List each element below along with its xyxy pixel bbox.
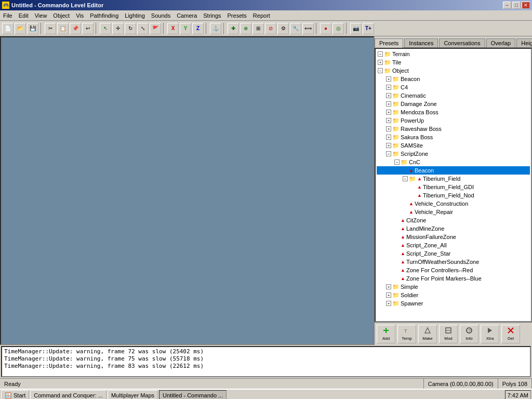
menu-lighting-item[interactable]: Lighting [122, 11, 148, 20]
add-button[interactable]: Add [377, 325, 395, 343]
move-button[interactable]: ✛ [112, 23, 124, 34]
tree-node[interactable]: +📁Sakura Boss [377, 133, 530, 141]
minimize-button[interactable]: − [503, 2, 511, 9]
cut-button[interactable]: ✂ [45, 23, 56, 34]
start-button[interactable]: 🪟 Start [1, 390, 29, 399]
tree-node[interactable]: −📁ScriptZone [377, 150, 530, 158]
open-button[interactable]: 📂 [15, 23, 26, 34]
tree-node[interactable]: +📁Cinematic [377, 91, 530, 100]
cam-button[interactable]: 📷 [350, 23, 362, 34]
paste-button[interactable]: 📌 [70, 23, 81, 34]
close-button[interactable]: ✕ [522, 2, 530, 9]
flag-button[interactable]: 🚩 [150, 23, 161, 34]
menu-sounds-item[interactable]: Sounds [148, 11, 174, 20]
expand-button[interactable]: − [403, 176, 408, 181]
menu-report-item[interactable]: Report [250, 11, 273, 20]
tree-node[interactable]: ▲Zone For Point Markers--Blue [377, 274, 530, 283]
tree-node[interactable]: +📁Spawner [377, 299, 530, 308]
expand-button[interactable]: + [386, 126, 391, 131]
target-button[interactable]: ◎ [332, 23, 344, 34]
tab-heightfield[interactable]: Heightfield [516, 38, 532, 47]
tree-node[interactable]: ▲Vehicle_Repair [377, 208, 530, 216]
undo-button[interactable]: ↩ [82, 23, 94, 34]
make-button[interactable]: Make [418, 325, 437, 343]
expand-button[interactable]: − [378, 51, 383, 57]
save-button[interactable]: 💾 [27, 23, 38, 34]
info-button[interactable]: ?Info [460, 325, 478, 343]
tree-node[interactable]: +📁Soldier [377, 291, 530, 299]
tree-node[interactable]: ▲Tiberium_Field_GDI [377, 183, 530, 191]
tree-node[interactable]: ▲Zone For Controllers--Red [377, 266, 530, 274]
new-button[interactable]: 📄 [2, 23, 14, 34]
tree-node[interactable]: −📁Object [377, 66, 530, 75]
menu-edit-item[interactable]: Edit [16, 11, 32, 20]
del-button[interactable]: Del [501, 325, 520, 343]
taskbar-editor-btn[interactable]: Untitled - Commando ... [159, 390, 227, 399]
expand-button[interactable]: + [386, 101, 391, 107]
maximize-button[interactable]: □ [512, 2, 521, 9]
tree-node[interactable]: +📁Simple [377, 283, 530, 291]
tree-node[interactable]: ▲Beacon [377, 166, 530, 175]
expand-button[interactable]: + [386, 110, 391, 115]
expand-button[interactable]: + [386, 118, 391, 123]
expand-button[interactable]: − [378, 68, 383, 73]
tree-node[interactable]: ▲LandMineZone [377, 224, 530, 233]
tool7-button[interactable]: ⟺ [302, 23, 314, 34]
tree-node[interactable]: +📁Damage Zone [377, 100, 530, 108]
xtra-button[interactable]: Xtra [481, 325, 499, 343]
text-button[interactable]: T+ [363, 23, 374, 34]
select-button[interactable]: ↖ [100, 23, 111, 34]
menu-presets-item[interactable]: Presets [224, 11, 250, 20]
tab-conversations[interactable]: Conversations [439, 38, 485, 47]
mod-button[interactable]: Mod [439, 325, 458, 343]
expand-button[interactable]: + [386, 76, 391, 82]
rotate-button[interactable]: ↻ [125, 23, 136, 34]
expand-button[interactable]: + [386, 85, 391, 90]
expand-button[interactable]: + [386, 284, 391, 289]
menu-object-item[interactable]: Object [50, 11, 73, 20]
tree-node[interactable]: ▲Script_Zone_All [377, 241, 530, 249]
grid-button[interactable]: ⊞ [252, 23, 264, 34]
menu-pathfinding-item[interactable]: Pathfinding [87, 11, 122, 20]
tree-node[interactable]: ▲TurnOffWeatherSoundsZone [377, 258, 530, 266]
tree-node[interactable]: +📁SAMSite [377, 141, 530, 150]
tree-node[interactable]: +📁Mendoza Boss [377, 108, 530, 116]
tree-node[interactable]: ▲Tiberium_Field_Nod [377, 191, 530, 200]
add2-button[interactable]: ⊕ [240, 23, 251, 34]
expand-button[interactable]: + [386, 292, 391, 298]
expand-button[interactable]: + [378, 60, 383, 65]
tree-node[interactable]: +📁C4 [377, 83, 530, 91]
tab-overlap[interactable]: Overlap [486, 38, 516, 47]
tree-view[interactable]: −📁Terrain+📁Tile−📁Object+📁Beacon+📁C4+📁Cin… [375, 48, 532, 322]
expand-button[interactable]: + [386, 93, 391, 98]
expand-button[interactable]: + [386, 135, 391, 140]
menu-file-item[interactable]: File [0, 11, 16, 20]
expand-button[interactable]: + [386, 301, 391, 306]
tree-node[interactable]: ▲Script_Zone_Star [377, 249, 530, 258]
add-green-button[interactable]: ✚ [228, 23, 239, 34]
tree-node[interactable]: +📁PowerUp [377, 116, 530, 125]
tree-node[interactable]: ▲Vehicle_Construction [377, 200, 530, 208]
tree-node[interactable]: +📁Raveshaw Boss [377, 125, 530, 133]
expand-button[interactable]: + [386, 143, 391, 148]
tree-node[interactable]: −📁Terrain [377, 50, 530, 58]
temp-button[interactable]: TTemp [397, 325, 416, 343]
menu-view-item[interactable]: View [32, 11, 50, 20]
expand-button[interactable]: − [394, 159, 400, 165]
menu-vis-item[interactable]: Vis [73, 11, 87, 20]
tree-node[interactable]: +📁Tile [377, 58, 530, 66]
tree-node[interactable]: ▲CitZone [377, 216, 530, 224]
menu-strings-item[interactable]: Strings [200, 11, 224, 20]
tree-node[interactable]: ▲MissionFailureZone [377, 233, 530, 241]
menu-camera-item[interactable]: Camera [174, 11, 200, 20]
tree-node[interactable]: −📁▲Tiberium_Field [377, 175, 530, 183]
tree-node[interactable]: −📁CnC [377, 158, 530, 166]
x-axis-button[interactable]: X [167, 23, 179, 34]
no-button[interactable]: ⊘ [265, 23, 276, 34]
z-axis-button[interactable]: Z [192, 23, 204, 34]
expand-button[interactable]: − [386, 151, 391, 156]
scale-button[interactable]: ⤡ [137, 23, 149, 34]
taskbar-mp-btn[interactable]: Multiplayer Maps [108, 390, 158, 399]
tab-presets[interactable]: Presets [375, 38, 403, 48]
tree-node[interactable]: +📁Beacon [377, 75, 530, 83]
